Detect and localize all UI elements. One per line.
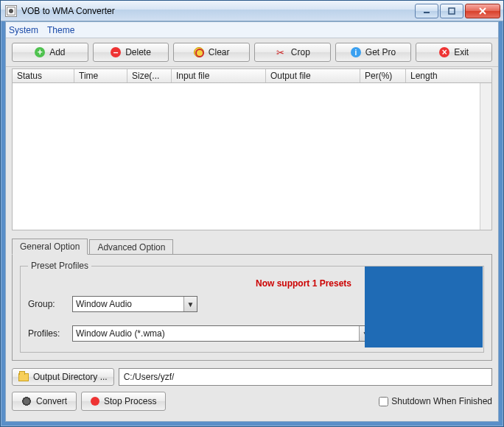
stop-button[interactable]: Stop Process [81,392,166,411]
vertical-scrollbar[interactable] [480,83,491,230]
add-label: Add [49,47,65,57]
preview-box [365,267,483,347]
convert-button[interactable]: Convert [12,392,77,411]
menu-system[interactable]: System [9,25,38,35]
gear-icon [21,396,32,406]
tab-panel-general: Preset Profiles Now support 1 Presets Gr… [12,254,492,361]
chevron-down-icon: ▼ [183,297,197,311]
profiles-value: Window Audio (*.wma) [76,328,165,339]
output-path-input[interactable] [119,368,492,386]
app-window: VOB to WMA Converter System Theme +Add –… [0,0,504,427]
crop-button[interactable]: Crop [254,43,331,62]
svg-rect-3 [449,8,455,14]
output-button-label: Output Directory ... [33,372,108,382]
col-per[interactable]: Per(%) [360,69,406,82]
folder-icon [18,373,29,381]
table-header[interactable]: Status Time Size(... Input file Output f… [12,68,492,83]
exit-button[interactable]: ×Exit [416,43,492,62]
col-length[interactable]: Length [406,69,491,82]
toolbar: +Add –Delete Clear Crop iGet Pro ×Exit [6,38,498,67]
minimize-button[interactable] [415,4,438,18]
client-area: System Theme +Add –Delete Clear Crop iGe… [5,21,499,422]
window-title: VOB to WMA Converter [21,6,115,16]
tab-advanced[interactable]: Advanced Option [89,239,173,255]
profiles-label: Profiles: [28,328,69,339]
delete-label: Delete [125,47,151,57]
clear-label: Clear [209,47,230,57]
exit-label: Exit [454,47,469,57]
menu-theme[interactable]: Theme [47,25,74,35]
close-button[interactable] [465,4,500,18]
stop-icon [91,397,99,406]
col-input[interactable]: Input file [172,69,266,82]
clear-icon [194,47,204,57]
table-body[interactable] [12,83,492,230]
col-size[interactable]: Size(... [127,69,172,82]
preset-legend: Preset Profiles [28,261,91,271]
plus-icon: + [35,47,45,57]
profiles-select[interactable]: Window Audio (*.wma) ▼ [72,325,373,342]
group-label: Group: [28,299,69,309]
minus-icon: – [111,47,121,57]
convert-label: Convert [36,396,67,406]
getpro-button[interactable]: iGet Pro [335,43,412,62]
maximize-button[interactable] [440,4,463,18]
scissors-icon [275,47,287,57]
shutdown-checkbox-wrapper[interactable]: Shutdown When Finished [379,396,492,406]
delete-button[interactable]: –Delete [93,43,169,62]
titlebar[interactable]: VOB to WMA Converter [1,1,503,21]
col-time[interactable]: Time [74,69,127,82]
stop-label: Stop Process [104,396,156,406]
col-status[interactable]: Status [13,69,74,82]
bottom-bar: Convert Stop Process Shutdown When Finis… [12,392,492,411]
getpro-label: Get Pro [365,47,396,57]
menubar: System Theme [6,22,498,38]
group-select[interactable]: Window Audio ▼ [72,296,197,312]
exit-icon: × [439,47,449,57]
output-row: Output Directory ... [12,368,492,386]
shutdown-checkbox[interactable] [379,397,388,406]
svg-point-1 [9,9,13,13]
add-button[interactable]: +Add [12,43,88,62]
crop-label: Crop [291,47,310,57]
tabs: General Option Advanced Option [12,238,492,254]
shutdown-label: Shutdown When Finished [391,396,492,406]
clear-button[interactable]: Clear [173,43,250,62]
tab-general[interactable]: General Option [12,239,88,255]
output-directory-button[interactable]: Output Directory ... [12,368,114,386]
app-icon [5,5,17,17]
group-value: Window Audio [76,299,132,309]
col-output[interactable]: Output file [266,69,360,82]
info-icon: i [351,47,361,57]
